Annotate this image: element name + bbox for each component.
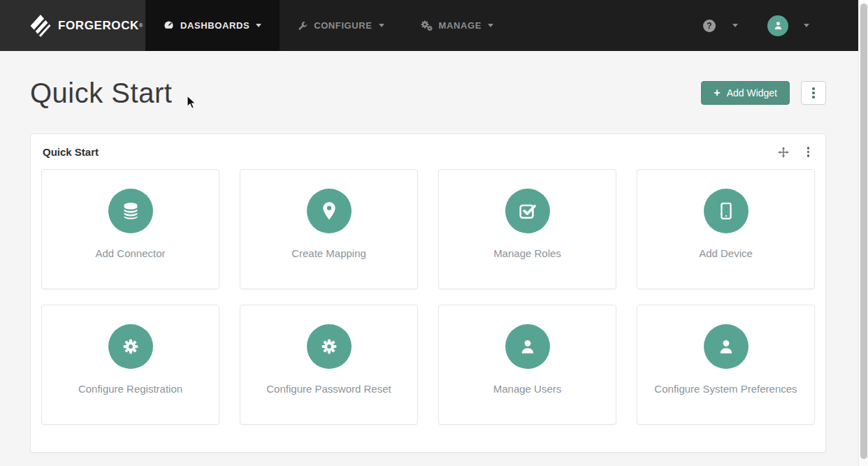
kebab-icon: [807, 147, 809, 149]
tile-configure-password-reset[interactable]: Configure Password Reset: [240, 305, 418, 425]
chevron-down-icon: [256, 24, 261, 27]
tile-configure-registration[interactable]: Configure Registration: [41, 305, 219, 425]
widget-header: Quick Start: [41, 134, 815, 169]
user-menu[interactable]: [767, 15, 809, 36]
avatar[interactable]: [767, 15, 788, 36]
chevron-down-icon: [732, 24, 738, 27]
tile-label: Configure Registration: [78, 383, 182, 395]
top-navbar: FORGEROCK ® DASHBOARDS CONFIGURE MANAGE: [0, 0, 858, 51]
move-widget-handle[interactable]: [778, 147, 789, 158]
quick-start-widget: Quick Start: [30, 133, 826, 453]
arrows-move-icon: [778, 147, 789, 158]
nav-label: CONFIGURE: [314, 20, 372, 31]
tile-label: Add Connector: [95, 247, 165, 259]
tile-icon-circle: [505, 324, 550, 369]
database-icon: [120, 201, 141, 221]
tile-label: Configure Password Reset: [266, 383, 391, 395]
tile-icon-circle: [307, 324, 352, 369]
scrollbar-thumb[interactable]: [860, 3, 867, 459]
add-widget-label: Add Widget: [727, 87, 777, 99]
tile-icon-circle: [307, 189, 352, 233]
map-marker-icon: [319, 201, 340, 221]
tile-manage-users[interactable]: Manage Users: [438, 305, 616, 425]
page-options-button[interactable]: [801, 81, 826, 105]
tachometer-icon: [164, 20, 174, 31]
user-icon: [716, 336, 737, 357]
nav-label: DASHBOARDS: [180, 20, 249, 31]
quick-start-grid: Add Connector Create Mapping: [41, 169, 815, 425]
scrollbar: [858, 0, 868, 466]
nav-item-manage[interactable]: MANAGE: [403, 0, 512, 51]
main-content: Quick Start + Add Widget Quick Start: [30, 51, 826, 453]
forgerock-logo-icon: [29, 14, 52, 38]
question-circle-icon[interactable]: ?: [703, 20, 716, 32]
tile-manage-roles[interactable]: Manage Roles: [438, 169, 616, 289]
brand-trademark: ®: [139, 22, 143, 29]
tile-add-connector[interactable]: Add Connector: [41, 169, 219, 289]
tablet-icon: [716, 201, 737, 221]
gear-icon: [120, 336, 141, 357]
cogs-icon: [421, 20, 433, 31]
tile-icon-circle: [108, 189, 153, 233]
tile-label: Manage Roles: [493, 247, 561, 259]
chevron-down-icon: [379, 24, 384, 27]
navbar-spacer: [512, 0, 703, 51]
check-square-icon: [517, 201, 538, 221]
chevron-down-icon: [804, 24, 809, 27]
user-icon: [772, 20, 784, 31]
tile-create-mapping[interactable]: Create Mapping: [240, 169, 418, 289]
user-icon: [517, 336, 538, 357]
widget-title: Quick Start: [43, 146, 99, 158]
tile-icon-circle: [704, 324, 748, 369]
widget-options-button[interactable]: [807, 147, 809, 157]
tile-icon-circle: [505, 189, 550, 233]
tile-configure-system-preferences[interactable]: Configure System Preferences: [637, 305, 815, 425]
wrench-icon: [298, 21, 308, 31]
forgerock-logo[interactable]: FORGEROCK ®: [0, 0, 145, 51]
help-menu[interactable]: ?: [703, 20, 738, 32]
kebab-icon: [812, 87, 815, 90]
tile-icon-circle: [704, 189, 748, 233]
tile-add-device[interactable]: Add Device: [637, 169, 815, 289]
tile-label: Manage Users: [493, 383, 562, 395]
brand-name: FORGEROCK: [58, 19, 139, 33]
nav-item-configure[interactable]: CONFIGURE: [280, 0, 402, 51]
gear-icon: [319, 336, 340, 357]
page-title: Quick Start: [30, 78, 172, 109]
nav-item-dashboards[interactable]: DASHBOARDS: [145, 0, 280, 51]
plus-icon: +: [714, 87, 720, 99]
add-widget-button[interactable]: + Add Widget: [701, 81, 790, 105]
tile-label: Create Mapping: [291, 247, 366, 259]
tile-label: Add Device: [699, 247, 753, 259]
page-header: Quick Start + Add Widget: [30, 73, 826, 112]
tile-icon-circle: [108, 324, 153, 369]
tile-label: Configure System Preferences: [654, 383, 797, 395]
chevron-down-icon: [488, 24, 493, 27]
nav-label: MANAGE: [439, 20, 482, 31]
